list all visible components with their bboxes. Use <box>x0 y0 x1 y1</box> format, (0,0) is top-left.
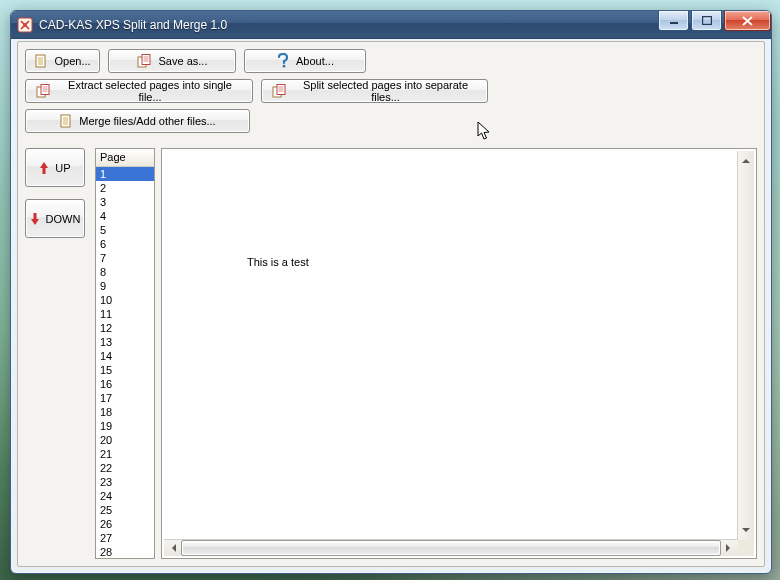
extract-label: Extract selected pages into single file.… <box>58 79 242 103</box>
document-icon <box>34 54 48 68</box>
page-list-item[interactable]: 5 <box>96 223 154 237</box>
scrollbar-corner <box>738 540 754 556</box>
open-label: Open... <box>54 55 90 67</box>
page-list-item[interactable]: 26 <box>96 517 154 531</box>
merge-label: Merge files/Add other files... <box>79 115 215 127</box>
merge-icon <box>59 114 73 128</box>
minimize-icon <box>669 17 679 25</box>
move-down-button[interactable]: DOWN <box>25 199 85 238</box>
extract-icon <box>36 84 52 98</box>
chevron-down-icon <box>742 528 750 536</box>
page-list-item[interactable]: 22 <box>96 461 154 475</box>
work-area: UP DOWN Page 123456789101112131415161718… <box>25 148 757 559</box>
preview-content-text: This is a test <box>247 256 309 268</box>
svg-point-1 <box>23 23 27 27</box>
extract-button[interactable]: Extract selected pages into single file.… <box>25 79 253 103</box>
preview-canvas: This is a test <box>165 152 738 540</box>
svg-rect-2 <box>670 22 678 24</box>
chevron-left-icon <box>168 544 176 552</box>
svg-point-7 <box>283 65 286 68</box>
window-title: CAD-KAS XPS Split and Merge 1.0 <box>39 18 652 32</box>
down-label: DOWN <box>46 213 81 225</box>
page-list-item[interactable]: 19 <box>96 419 154 433</box>
open-button[interactable]: Open... <box>25 49 100 73</box>
maximize-icon <box>702 16 712 25</box>
svg-rect-12 <box>61 115 70 127</box>
page-header-label: Page <box>100 151 126 163</box>
chevron-right-icon <box>726 544 734 552</box>
toolbar-row-2: Extract selected pages into single file.… <box>25 79 757 103</box>
vertical-scrollbar[interactable] <box>737 151 754 540</box>
page-list-item[interactable]: 15 <box>96 363 154 377</box>
page-list-item[interactable]: 9 <box>96 279 154 293</box>
page-list-item[interactable]: 12 <box>96 321 154 335</box>
page-list-item[interactable]: 2 <box>96 181 154 195</box>
svg-rect-3 <box>702 17 711 25</box>
reorder-column: UP DOWN <box>25 148 89 559</box>
client-area: Open... Save as... <box>17 41 765 567</box>
page-list-item[interactable]: 4 <box>96 209 154 223</box>
page-list-item[interactable]: 8 <box>96 265 154 279</box>
saveas-button[interactable]: Save as... <box>108 49 236 73</box>
page-list-item[interactable]: 25 <box>96 503 154 517</box>
about-button[interactable]: About... <box>244 49 366 73</box>
merge-button[interactable]: Merge files/Add other files... <box>25 109 250 133</box>
scroll-up-button[interactable] <box>738 151 754 167</box>
page-list-item[interactable]: 24 <box>96 489 154 503</box>
maximize-button[interactable] <box>691 11 722 31</box>
page-list-item[interactable]: 3 <box>96 195 154 209</box>
page-list[interactable]: 1234567891011121314151617181920212223242… <box>95 167 155 559</box>
page-list-item[interactable]: 28 <box>96 545 154 559</box>
page-list-item[interactable]: 13 <box>96 335 154 349</box>
horizontal-scrollbar-thumb[interactable] <box>181 540 721 556</box>
chevron-up-icon <box>742 155 750 163</box>
page-list-item[interactable]: 20 <box>96 433 154 447</box>
app-icon <box>17 17 33 33</box>
scroll-down-button[interactable] <box>738 524 754 540</box>
toolbar-row-3: Merge files/Add other files... <box>25 109 757 133</box>
page-list-item[interactable]: 7 <box>96 251 154 265</box>
move-up-button[interactable]: UP <box>25 148 85 187</box>
page-list-item[interactable]: 18 <box>96 405 154 419</box>
page-list-item[interactable]: 10 <box>96 293 154 307</box>
horizontal-scrollbar[interactable] <box>164 539 738 556</box>
close-icon <box>742 16 753 26</box>
close-button[interactable] <box>724 11 771 31</box>
split-icon <box>272 84 288 98</box>
preview-pane: This is a test <box>161 148 757 559</box>
minimize-button[interactable] <box>658 11 689 31</box>
page-list-item[interactable]: 23 <box>96 475 154 489</box>
page-list-item[interactable]: 16 <box>96 377 154 391</box>
arrow-down-icon <box>30 212 40 226</box>
scroll-right-button[interactable] <box>722 540 738 556</box>
scroll-left-button[interactable] <box>164 540 180 556</box>
page-list-item[interactable]: 11 <box>96 307 154 321</box>
page-list-item[interactable]: 6 <box>96 237 154 251</box>
arrow-up-icon <box>39 161 49 175</box>
documents-stack-icon <box>137 54 153 68</box>
main-panel: Open... Save as... <box>17 41 765 567</box>
page-list-item[interactable]: 14 <box>96 349 154 363</box>
app-window: CAD-KAS XPS Split and Merge 1.0 Open... <box>10 10 772 574</box>
window-buttons <box>658 11 771 38</box>
page-list-header[interactable]: Page <box>95 148 155 167</box>
split-button[interactable]: Split selected pages into separate files… <box>261 79 488 103</box>
page-list-item[interactable]: 27 <box>96 531 154 545</box>
split-label: Split selected pages into separate files… <box>294 79 477 103</box>
page-list-item[interactable]: 17 <box>96 391 154 405</box>
titlebar[interactable]: CAD-KAS XPS Split and Merge 1.0 <box>11 11 771 39</box>
page-list-column: Page 12345678910111213141516171819202122… <box>95 148 155 559</box>
about-label: About... <box>296 55 334 67</box>
page-list-item[interactable]: 1 <box>96 167 154 181</box>
page-list-item[interactable]: 21 <box>96 447 154 461</box>
saveas-label: Save as... <box>159 55 208 67</box>
toolbar-row-1: Open... Save as... <box>25 49 757 73</box>
help-icon <box>276 53 290 69</box>
up-label: UP <box>55 162 70 174</box>
toolbar-area: Open... Save as... <box>18 42 764 143</box>
svg-rect-4 <box>36 55 45 67</box>
